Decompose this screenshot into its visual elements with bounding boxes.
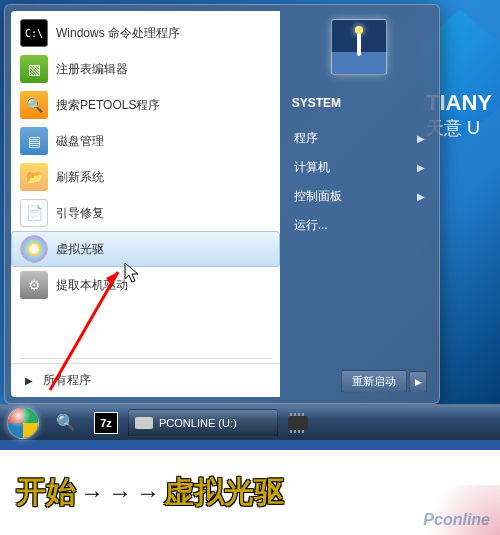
- caption-part2: 虚拟光驱: [164, 472, 284, 513]
- program-item-refresh[interactable]: 📂 刷新系统: [11, 159, 280, 195]
- start-menu-left-panel: C:\ Windows 命令处理程序 ▧ 注册表编辑器 🔍 搜索PETOOLS程…: [11, 11, 280, 397]
- chevron-right-icon: ▶: [417, 162, 425, 173]
- caption-part1: 开始: [16, 472, 76, 513]
- program-label: 磁盘管理: [56, 133, 104, 150]
- user-name: SYSTEM: [292, 93, 427, 124]
- arrow-right-icon: →: [108, 479, 132, 507]
- program-item-extract-drivers[interactable]: ⚙ 提取本机驱动: [11, 267, 280, 303]
- triangle-right-icon: ▶: [25, 375, 33, 386]
- right-item-run[interactable]: 运行...: [292, 211, 427, 240]
- arrow-right-icon: →: [80, 479, 104, 507]
- caption-text: 开始 → → → 虚拟光驱: [16, 472, 284, 513]
- taskbar-tray-chip[interactable]: [282, 409, 314, 437]
- power-options-button[interactable]: ▶: [409, 371, 427, 393]
- separator: [19, 358, 272, 359]
- program-item-disk-mgmt[interactable]: ▤ 磁盘管理: [11, 123, 280, 159]
- start-menu-right-panel: SYSTEM 程序 ▶ 计算机 ▶ 控制面板 ▶ 运行... 重新启动 ▶: [280, 5, 439, 403]
- watermark-text: Pconline: [423, 511, 490, 529]
- program-item-boot-repair[interactable]: 📄 引导修复: [11, 195, 280, 231]
- start-menu: C:\ Windows 命令处理程序 ▧ 注册表编辑器 🔍 搜索PETOOLS程…: [4, 4, 440, 404]
- taskbar-quicklaunch-search[interactable]: 🔍: [48, 409, 84, 437]
- caption-bar: 开始 → → → 虚拟光驱 Pconline: [0, 450, 500, 535]
- chevron-right-icon: ▶: [417, 133, 425, 144]
- user-picture[interactable]: [331, 19, 387, 75]
- right-item-label: 计算机: [294, 159, 330, 176]
- driver-icon: ⚙: [20, 271, 48, 299]
- chip-icon: [288, 416, 308, 430]
- program-label: 引导修复: [56, 205, 104, 222]
- program-label: 虚拟光驱: [56, 241, 104, 258]
- windows-logo-icon: [7, 407, 39, 439]
- cmd-icon: C:\: [20, 19, 48, 47]
- power-row: 重新启动 ▶: [292, 370, 427, 393]
- taskbar-button-label: PCONLINE (U:): [159, 417, 237, 429]
- right-item-label: 运行...: [294, 217, 328, 234]
- right-item-computer[interactable]: 计算机 ▶: [292, 153, 427, 182]
- program-item-virtual-cd[interactable]: 虚拟光驱: [11, 231, 280, 267]
- cd-icon: [20, 235, 48, 263]
- magnifier-icon: 🔍: [54, 412, 78, 434]
- start-button[interactable]: [0, 405, 46, 441]
- taskbar: 🔍 7z PCONLINE (U:): [0, 404, 500, 440]
- arrow-right-icon: →: [136, 479, 160, 507]
- right-item-label: 程序: [294, 130, 318, 147]
- 7z-icon: 7z: [94, 412, 118, 434]
- program-label: 提取本机驱动: [56, 277, 128, 294]
- program-item-search-petools[interactable]: 🔍 搜索PETOOLS程序: [11, 87, 280, 123]
- program-label: 刷新系统: [56, 169, 104, 186]
- cube-icon: ▧: [20, 55, 48, 83]
- program-label: 搜索PETOOLS程序: [56, 97, 160, 114]
- program-item-regedit[interactable]: ▧ 注册表编辑器: [11, 51, 280, 87]
- taskbar-button-drive[interactable]: PCONLINE (U:): [128, 409, 278, 437]
- document-icon: 📄: [20, 199, 48, 227]
- drive-icon: [135, 417, 153, 429]
- right-item-control-panel[interactable]: 控制面板 ▶: [292, 182, 427, 211]
- all-programs-button[interactable]: ▶ 所有程序: [11, 363, 280, 397]
- desktop-background: TIANY 天意 U C:\ Windows 命令处理程序 ▧ 注册表编辑器 🔍…: [0, 0, 500, 440]
- taskbar-quicklaunch-7z[interactable]: 7z: [88, 409, 124, 437]
- right-item-label: 控制面板: [294, 188, 342, 205]
- disk-icon: ▤: [20, 127, 48, 155]
- program-list: C:\ Windows 命令处理程序 ▧ 注册表编辑器 🔍 搜索PETOOLS程…: [11, 11, 280, 354]
- right-item-programs[interactable]: 程序 ▶: [292, 124, 427, 153]
- program-label: 注册表编辑器: [56, 61, 128, 78]
- program-item-cmd[interactable]: C:\ Windows 命令处理程序: [11, 15, 280, 51]
- search-icon: 🔍: [20, 91, 48, 119]
- all-programs-label: 所有程序: [43, 372, 91, 389]
- program-label: Windows 命令处理程序: [56, 25, 180, 42]
- restart-button[interactable]: 重新启动: [341, 370, 407, 393]
- folder-icon: 📂: [20, 163, 48, 191]
- chevron-right-icon: ▶: [417, 191, 425, 202]
